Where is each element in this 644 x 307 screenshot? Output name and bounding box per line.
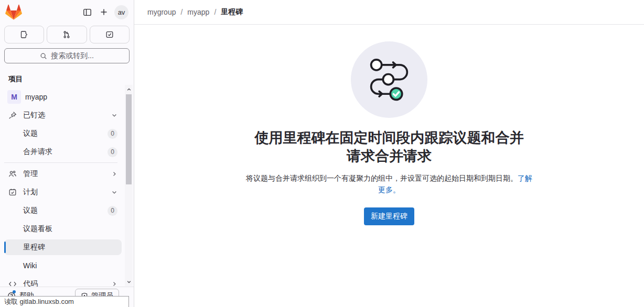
chevron-right-icon [111,171,117,177]
sidebar-item-project-myapp[interactable]: M myapp [3,89,122,105]
sidebar-item-code[interactable]: 代码 [4,276,122,287]
browser-status-bar: 读取 gitlab.linuxsb.com [0,296,129,307]
gitlab-logo[interactable] [5,4,22,20]
sidebar-item-label: 议题 [23,206,38,215]
sidebar-item-label: 里程碑 [23,243,45,252]
breadcrumb-separator: / [180,8,183,16]
sidebar-item-label: Wiki [23,261,37,270]
sidebar-item-label: 计划 [23,188,38,197]
merge-requests-shortcut-button[interactable] [47,26,87,43]
sidebar-nav: 项目 M myapp 已钉选 议题 [0,69,126,287]
chevron-down-icon [111,112,117,118]
pin-icon [8,111,17,119]
sidebar-item-label: 代码 [23,279,38,287]
sidebar-item-pinned-merge-requests[interactable]: 合并请求 0 [4,144,122,160]
sidebar-item-plan-issues[interactable]: 议题 0 [4,203,122,218]
sidebar-item-milestones[interactable]: 里程碑 [4,239,122,255]
sidebar-item-issue-boards[interactable]: 议题看板 [4,221,122,237]
breadcrumb-current: 里程碑 [221,7,243,17]
count-badge: 0 [108,147,117,157]
description-text: 将议题与合并请求组织到一个有凝聚力的组中，并设置可选的起始日期和到期日期。 [246,174,518,182]
panel-left-icon [83,8,92,17]
count-badge: 0 [108,129,117,139]
title-line-2: 请求合并请求 [134,147,644,166]
empty-state-description: 将议题与合并请求组织到一个有凝聚力的组中，并设置可选的起始日期和到期日期。了解更… [245,172,533,195]
sidebar-item-label: 合并请求 [23,147,52,157]
issues-shortcut-button[interactable] [4,26,44,43]
breadcrumb-separator: / [214,8,216,16]
sidebar-item-pinned-issues[interactable]: 议题 0 [4,126,122,141]
create-new-button[interactable] [95,4,112,20]
gitlab-app: av [0,0,644,307]
scroll-up-icon[interactable] [125,85,133,93]
main-area: mygroup / myapp / 里程碑 [134,0,644,307]
plus-icon [100,8,108,16]
sidebar-toggle-button[interactable] [79,4,95,20]
nav-section-title: 项目 [0,69,126,89]
notification-dot [13,290,16,293]
user-avatar[interactable]: av [114,5,128,19]
issues-doc-icon [20,30,28,39]
chevron-right-icon [111,281,117,287]
title-line-1: 使用里程碑在固定时间段内跟踪议题和合并 [134,129,644,147]
merge-request-icon [62,30,71,39]
scrollbar-thumb[interactable] [126,94,132,184]
main-header: mygroup / myapp / 里程碑 [134,0,644,25]
todo-shortcut-button[interactable] [90,26,130,43]
sidebar-item-pinned[interactable]: 已钉选 [4,107,122,123]
code-icon [8,280,17,287]
sidebar-item-plan[interactable]: 计划 [4,184,122,200]
sidebar-item-label: 管理 [23,169,38,179]
sidebar-item-label: 已钉选 [23,111,45,120]
shortcut-buttons [0,21,134,43]
sidebar-header: av [0,0,134,21]
breadcrumb-project-link[interactable]: myapp [187,8,209,16]
sidebar-item-label: myapp [25,93,47,101]
breadcrumb: mygroup / myapp / 里程碑 [147,7,243,17]
scroll-down-icon[interactable] [125,278,133,286]
breadcrumb-group-link[interactable]: mygroup [147,8,176,16]
sidebar-item-manage[interactable]: 管理 [4,166,122,182]
sidebar-scrollbar[interactable] [125,85,133,286]
sidebar-item-label: 议题看板 [23,224,52,234]
nav-divider [4,162,117,163]
chevron-down-icon [111,189,117,195]
milestones-empty-state: 使用里程碑在固定时间段内跟踪议题和合并 请求合并请求 将议题与合并请求组织到一个… [134,41,644,225]
milestone-illustration [351,41,427,118]
sidebar-item-wiki[interactable]: Wiki [4,258,122,273]
project-avatar: M [7,90,21,104]
calendar-check-icon [8,188,17,196]
search-input[interactable]: 搜索或转到... [4,48,130,63]
sidebar-item-label: 议题 [23,129,38,138]
new-milestone-button[interactable]: 新建里程碑 [364,207,414,225]
sidebar: av [0,0,134,307]
search-icon [40,52,47,60]
todo-check-icon [105,30,114,39]
users-icon [8,170,17,178]
count-badge: 0 [108,206,117,216]
search-placeholder: 搜索或转到... [51,51,94,61]
empty-state-title: 使用里程碑在固定时间段内跟踪议题和合并 请求合并请求 [134,129,644,166]
